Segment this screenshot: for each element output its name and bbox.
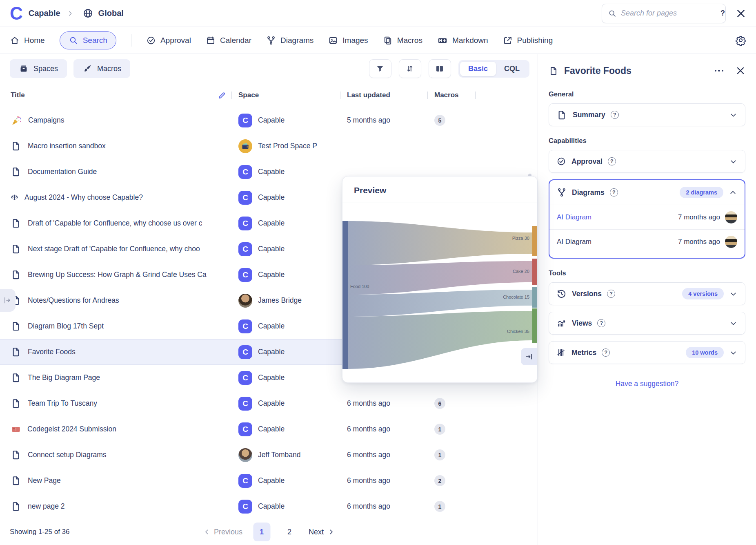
panel-card-views[interactable]: Views ? <box>549 312 745 335</box>
row-title[interactable]: Notes/Questions for Andreas <box>28 296 119 305</box>
row-space[interactable]: C Capable <box>238 474 347 488</box>
table-row[interactable]: Team Trip To Tuscany C Capable 6 months … <box>0 391 533 416</box>
column-header-space[interactable]: Space <box>238 83 347 107</box>
previous-page-button[interactable]: Previous <box>203 528 242 536</box>
nav-item-calendar[interactable]: Calendar <box>206 36 251 45</box>
page-search[interactable]: ? <box>602 4 726 23</box>
close-icon[interactable] <box>736 8 746 19</box>
page-number-1[interactable]: 1 <box>253 523 270 541</box>
row-title[interactable]: Favorite Foods <box>28 348 76 356</box>
suggestion-link[interactable]: Have a suggestion? <box>549 380 745 388</box>
row-space[interactable]: C Capable <box>238 268 347 282</box>
row-space[interactable]: C Capable <box>238 191 347 205</box>
mode-cql[interactable]: CQL <box>496 62 528 76</box>
panel-card-metrics[interactable]: Metrics ? 10 words <box>549 341 745 364</box>
row-title[interactable]: Team Trip To Tuscany <box>28 399 97 408</box>
table-row[interactable]: New Page C Capable 6 months ago 2 <box>0 468 533 494</box>
row-space[interactable]: C Capable <box>238 345 347 359</box>
next-page-button[interactable]: Next <box>309 528 334 536</box>
chevron-up-icon[interactable] <box>729 188 737 197</box>
column-header-updated[interactable]: Last updated <box>347 83 434 107</box>
row-title[interactable]: Diagram Blog 17th Sept <box>28 322 104 331</box>
columns-button[interactable] <box>429 59 451 78</box>
row-space[interactable]: Jeff Tomband <box>238 448 347 462</box>
row-title[interactable]: Connect setup Diagrams <box>28 451 107 459</box>
column-header-title[interactable]: Title <box>0 83 238 107</box>
panel-card-versions[interactable]: Versions ? 4 versions <box>549 282 745 305</box>
table-row[interactable]: new page 2 C Capable 6 months ago 1 <box>0 494 533 519</box>
row-space[interactable]: C Capable <box>238 397 347 411</box>
help-icon[interactable]: ? <box>597 319 605 327</box>
capable-logo-icon[interactable]: C <box>10 4 22 22</box>
nav-item-diagrams[interactable]: Diagrams <box>266 36 314 45</box>
filter-button[interactable] <box>369 59 391 78</box>
help-icon[interactable]: ? <box>607 290 615 298</box>
table-row[interactable]: Connect setup Diagrams Jeff Tomband 6 mo… <box>0 442 533 468</box>
panel-card-approval[interactable]: Approval ? <box>549 150 745 173</box>
mode-basic[interactable]: Basic <box>460 62 496 76</box>
row-title[interactable]: Macro insertion sandbox <box>28 142 106 150</box>
chevron-down-icon[interactable] <box>729 111 738 119</box>
open-preview-button[interactable] <box>521 348 537 365</box>
help-icon[interactable]: ? <box>610 188 618 197</box>
gear-icon[interactable] <box>735 35 746 46</box>
diagram-item[interactable]: AI Diagram 7 months ago <box>549 229 745 254</box>
row-title[interactable]: The Big Diagram Page <box>28 373 100 382</box>
row-space[interactable]: James Bridge <box>238 294 347 308</box>
nav-item-publishing[interactable]: Publishing <box>503 36 553 45</box>
row-space[interactable]: C Capable <box>238 319 347 333</box>
sort-button[interactable] <box>399 59 421 78</box>
chevron-down-icon[interactable] <box>729 319 738 328</box>
help-icon[interactable]: ? <box>602 348 610 357</box>
macros-filter-button[interactable]: Macros <box>73 59 130 78</box>
column-divider[interactable] <box>427 92 428 99</box>
table-row[interactable]: Macro insertion sandbox Test Prod Space … <box>0 133 533 159</box>
column-divider[interactable] <box>475 92 476 99</box>
row-title[interactable]: August 2024 - Why choose Capable? <box>24 193 143 202</box>
column-divider[interactable] <box>340 92 340 99</box>
nav-item-markdown[interactable]: Markdown <box>437 35 488 46</box>
row-title[interactable]: New Page <box>28 476 61 485</box>
search-input[interactable] <box>621 9 716 18</box>
row-space[interactable]: C Capable <box>238 165 347 179</box>
row-space[interactable]: C Capable <box>238 500 347 514</box>
search-help[interactable]: ? <box>720 9 725 18</box>
row-title[interactable]: Brewing Up Success: How Graph & Grind Ca… <box>28 270 207 279</box>
pencil-icon[interactable] <box>218 91 226 100</box>
more-options-button[interactable] <box>712 67 726 74</box>
row-title[interactable]: Next stage Draft of 'Capable for Conflue… <box>28 245 200 253</box>
row-title[interactable]: Draft of 'Capable for Confluence, why ch… <box>28 219 202 228</box>
help-icon[interactable]: ? <box>608 157 616 165</box>
breadcrumb-app[interactable]: Capable <box>29 9 60 18</box>
column-divider[interactable] <box>231 92 232 99</box>
help-icon[interactable]: ? <box>611 111 619 119</box>
chevron-down-icon[interactable] <box>729 157 738 166</box>
nav-item-macros[interactable]: Macros <box>383 36 422 45</box>
nav-item-search[interactable]: Search <box>60 31 116 49</box>
row-title[interactable]: Campaigns <box>28 116 64 125</box>
panel-close-icon[interactable] <box>736 66 745 76</box>
row-space[interactable]: C Capable <box>238 422 347 436</box>
table-row[interactable]: Campaigns C Capable 5 months ago 5 <box>0 107 533 133</box>
spaces-filter-button[interactable]: Spaces <box>10 59 67 78</box>
page-number-2[interactable]: 2 <box>281 523 298 541</box>
row-space[interactable]: C Capable <box>238 114 347 127</box>
panel-card-diagrams[interactable]: Diagrams ? 2 diagrams AI Diagram 7 month… <box>549 179 745 259</box>
jump-to-page-button[interactable] <box>0 289 16 312</box>
row-space[interactable]: C Capable <box>238 217 347 230</box>
chevron-down-icon[interactable] <box>729 348 738 357</box>
nav-item-images[interactable]: Images <box>328 36 368 45</box>
nav-item-home[interactable]: Home <box>10 36 45 45</box>
column-header-macros[interactable]: Macros <box>434 83 482 107</box>
diagram-link[interactable]: AI Diagram <box>557 238 591 246</box>
chevron-down-icon[interactable] <box>729 290 738 298</box>
row-title[interactable]: Codegeist 2024 Submission <box>27 425 116 433</box>
diagram-link[interactable]: AI Diagram <box>557 213 591 221</box>
row-title[interactable]: Documentation Guide <box>28 168 97 176</box>
row-space[interactable]: C Capable <box>238 371 347 385</box>
nav-item-approval[interactable]: Approval <box>146 36 191 45</box>
row-title[interactable]: new page 2 <box>28 502 65 511</box>
panel-card-summary[interactable]: Summary ? <box>549 103 745 126</box>
breadcrumb-space[interactable]: Global <box>98 9 124 18</box>
row-space[interactable]: Test Prod Space P <box>238 139 347 153</box>
